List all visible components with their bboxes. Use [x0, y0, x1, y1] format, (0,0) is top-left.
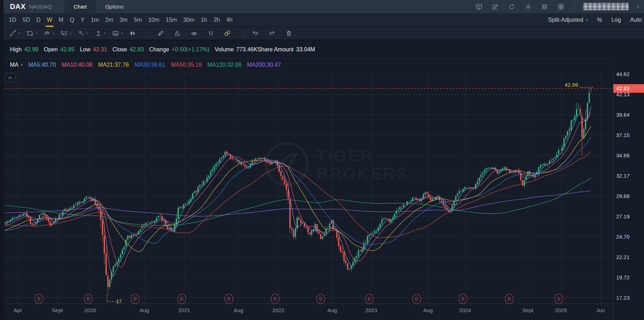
- time-tick-label: 2024: [459, 307, 471, 313]
- time-tick-label: 2021: [178, 307, 190, 313]
- tab-options[interactable]: Options: [96, 0, 133, 13]
- dividend-marker[interactable]: D: [555, 294, 563, 304]
- time-tick-label: Aug: [328, 307, 337, 313]
- dividend-marker[interactable]: D: [225, 294, 233, 304]
- ma-dropdown[interactable]: MA ▾: [10, 62, 23, 68]
- account-caret-icon[interactable]: ▾: [637, 5, 639, 9]
- dividend-marker[interactable]: D: [459, 294, 467, 304]
- dividend-marker[interactable]: D: [271, 294, 279, 304]
- split-adjusted-select[interactable]: Split-Adjusted ▾: [548, 17, 588, 23]
- left-edge-panel: [0, 0, 4, 320]
- stat-low: Low42.31: [80, 46, 107, 53]
- chevron-down-icon[interactable]: ▾: [121, 32, 123, 35]
- collapse-window-icon[interactable]: [541, 3, 548, 11]
- stat-value: +0.50(+1.17%): [172, 46, 210, 53]
- chevron-down-icon[interactable]: ▾: [19, 32, 20, 35]
- delete-icon[interactable]: [285, 30, 293, 37]
- markets-monitor-icon[interactable]: [475, 3, 483, 11]
- dividend-marker[interactable]: D: [35, 294, 43, 304]
- price-tick-label: 24.70: [616, 233, 630, 239]
- trading-app-window: DAX NASDAQ | Chart Options |: [0, 0, 644, 320]
- timeframe-10m[interactable]: 10m: [145, 13, 163, 27]
- chevron-down-icon[interactable]: ▾: [104, 32, 105, 35]
- stat-label: Close: [113, 46, 127, 53]
- refresh-icon[interactable]: [508, 3, 516, 11]
- price-tick-label: 19.72: [616, 274, 630, 280]
- chevron-down-icon: ▾: [586, 18, 588, 22]
- layout-grid-icon[interactable]: [557, 3, 565, 11]
- ma-legend-ma120: MA120:32.08: [207, 62, 241, 68]
- dividend-marker[interactable]: D: [505, 294, 514, 304]
- settings-gear-icon[interactable]: [524, 3, 532, 11]
- percent-scale-toggle[interactable]: %: [597, 17, 602, 23]
- timeframe-y[interactable]: Y: [77, 13, 88, 27]
- dividend-marker[interactable]: D: [316, 294, 325, 304]
- chevron-down-icon[interactable]: ▾: [87, 32, 88, 35]
- dividend-marker[interactable]: D: [365, 294, 373, 304]
- dividend-marker[interactable]: D: [412, 294, 421, 304]
- svg-text:Aa: Aa: [114, 32, 117, 35]
- ma-legend-row: MA ▾ MA5:40.70MA10:40.08MA21:37.76MA30:3…: [0, 58, 613, 71]
- chevron-down-icon[interactable]: ▾: [36, 32, 37, 35]
- timeframe-d[interactable]: D: [33, 13, 44, 27]
- topbar-actions: | ▾: [475, 3, 644, 11]
- redo-icon[interactable]: [268, 30, 276, 37]
- undo-icon[interactable]: [252, 30, 259, 37]
- chevron-down-icon: ▾: [21, 63, 23, 67]
- candlestick-plot-canvas[interactable]: [4, 71, 613, 304]
- timeframe-2m[interactable]: 2m: [102, 13, 116, 27]
- timeframe-1m[interactable]: 1m: [88, 13, 102, 27]
- timeframe-30m[interactable]: 30m: [180, 13, 197, 27]
- timeframe-5d[interactable]: 5D: [19, 13, 33, 27]
- timeframe-5m[interactable]: 5m: [131, 13, 145, 27]
- pattern-tool-icon[interactable]: [129, 30, 136, 37]
- auto-scale-toggle[interactable]: Auto: [630, 17, 642, 23]
- measure-tool-icon[interactable]: ▾: [95, 30, 108, 37]
- collapse-panel-button[interactable]: [4, 73, 16, 82]
- text-tool-icon[interactable]: Aa▾: [112, 30, 125, 37]
- time-tick-label: 2020: [84, 307, 96, 313]
- timeframe-1h[interactable]: 1h: [197, 13, 210, 27]
- chevron-down-icon[interactable]: ▾: [70, 32, 71, 35]
- time-tick-label: Sept: [522, 307, 534, 313]
- timeframe-4h[interactable]: 4h: [223, 13, 236, 27]
- stat-label: Share Amount: [257, 46, 293, 53]
- timeframe-q[interactable]: Q: [67, 13, 77, 27]
- timeframe-3m[interactable]: 3m: [117, 13, 131, 27]
- arrow-tool-icon[interactable]: ▾: [78, 30, 91, 37]
- dividend-marker[interactable]: D: [84, 294, 93, 304]
- stat-label: Open: [44, 46, 58, 53]
- visibility-tool-icon[interactable]: [190, 30, 198, 37]
- account-name-redacted[interactable]: [583, 3, 629, 10]
- time-tick-label: 2023: [365, 307, 377, 313]
- timeframe-m[interactable]: M: [56, 13, 67, 27]
- line-tool-icon[interactable]: ▾: [9, 30, 23, 37]
- wave-tool-icon[interactable]: ▾: [43, 30, 57, 37]
- magnet-tool-icon[interactable]: [207, 30, 215, 37]
- timeframe-15m[interactable]: 15m: [163, 13, 180, 27]
- price-tick-label: 27.19: [616, 213, 630, 219]
- ma-legend-ma21: MA21:37.76: [98, 62, 129, 68]
- gann-tool-icon[interactable]: ▾: [61, 30, 74, 37]
- brush-tool-icon[interactable]: [157, 30, 164, 37]
- dividend-marker[interactable]: D: [177, 294, 186, 304]
- stat-close: Close42.83: [113, 46, 144, 53]
- annotate-icon[interactable]: [491, 3, 499, 11]
- session-high-label: 42.99: [565, 82, 578, 88]
- time-tick-label: Apr: [14, 307, 22, 313]
- lock-tool-icon[interactable]: [174, 30, 181, 37]
- tab-chart[interactable]: Chart: [65, 0, 96, 13]
- dividend-marker[interactable]: D: [131, 294, 139, 304]
- shape-tool-icon[interactable]: ▾: [26, 30, 40, 37]
- time-axis[interactable]: AprSept2020Aug2021Aug2022Aug2023Aug2024S…: [0, 304, 613, 320]
- stat-value: 42.99: [24, 46, 38, 53]
- chevron-down-icon[interactable]: ▾: [53, 32, 54, 35]
- timeframe-1d[interactable]: 1D: [6, 13, 19, 27]
- timeframe-2h[interactable]: 2h: [210, 13, 223, 27]
- log-scale-toggle[interactable]: Log: [611, 17, 621, 23]
- timeframe-w[interactable]: W: [43, 13, 55, 27]
- price-tick-label: 17.23: [616, 294, 630, 300]
- stat-open: Open42.85: [44, 46, 74, 53]
- link-tool-icon[interactable]: [224, 30, 231, 37]
- price-axis[interactable]: 44.6242.1339.6437.1534.6632.1729.6827.19…: [613, 71, 644, 320]
